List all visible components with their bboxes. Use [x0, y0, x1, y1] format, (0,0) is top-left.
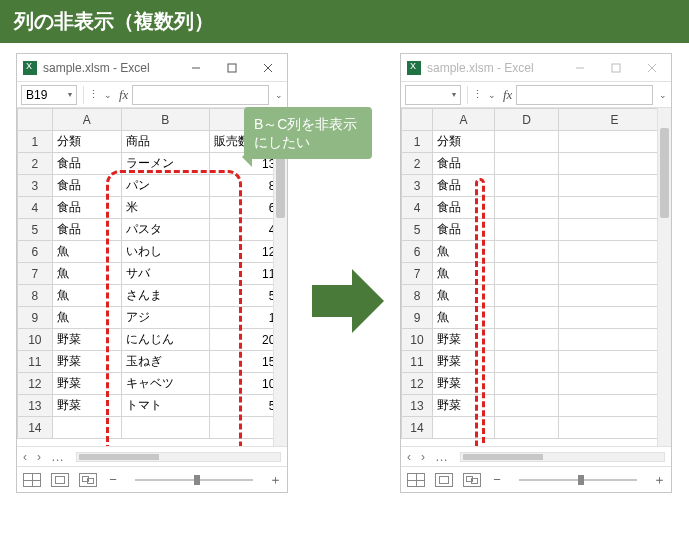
- cell[interactable]: いわし: [121, 241, 209, 263]
- cell[interactable]: 野菜: [52, 373, 121, 395]
- fx-icon[interactable]: fx: [115, 87, 132, 103]
- select-all-corner[interactable]: [18, 109, 53, 131]
- zoom-out-button[interactable]: −: [491, 472, 503, 487]
- maximize-button[interactable]: [217, 54, 247, 81]
- row-header[interactable]: 2: [402, 153, 433, 175]
- cell[interactable]: 食品: [52, 219, 121, 241]
- cell[interactable]: [494, 373, 558, 395]
- cell[interactable]: 野菜: [52, 395, 121, 417]
- chevron-down-icon[interactable]: ▾: [452, 90, 456, 99]
- spreadsheet-after[interactable]: A D E 1分類2食品3食品4食品5食品6魚7魚8魚9魚10野菜11野菜12野…: [401, 108, 671, 439]
- cell[interactable]: [559, 131, 671, 153]
- cell[interactable]: [494, 263, 558, 285]
- row-header[interactable]: 10: [402, 329, 433, 351]
- formula-input[interactable]: [132, 85, 269, 105]
- zoom-slider[interactable]: [135, 479, 253, 481]
- cell[interactable]: 玉ねぎ: [121, 351, 209, 373]
- menu-dots-icon[interactable]: ⋮: [470, 88, 485, 101]
- row-header[interactable]: 4: [18, 197, 53, 219]
- cell[interactable]: 食品: [432, 219, 494, 241]
- cell[interactable]: パン: [121, 175, 209, 197]
- cell[interactable]: 商品: [121, 131, 209, 153]
- cell[interactable]: [559, 417, 671, 439]
- normal-view-icon[interactable]: [23, 473, 41, 487]
- row-header[interactable]: 1: [402, 131, 433, 153]
- minimize-button[interactable]: [565, 54, 595, 81]
- cell[interactable]: 野菜: [432, 329, 494, 351]
- row-header[interactable]: 11: [402, 351, 433, 373]
- row-header[interactable]: 9: [402, 307, 433, 329]
- cell[interactable]: 魚: [432, 285, 494, 307]
- cell[interactable]: 食品: [432, 175, 494, 197]
- col-header[interactable]: A: [432, 109, 494, 131]
- col-header[interactable]: D: [494, 109, 558, 131]
- row-header[interactable]: 13: [402, 395, 433, 417]
- fx-icon[interactable]: fx: [499, 87, 516, 103]
- cell[interactable]: 野菜: [432, 373, 494, 395]
- cell[interactable]: [559, 263, 671, 285]
- row-header[interactable]: 7: [18, 263, 53, 285]
- cell[interactable]: 魚: [432, 307, 494, 329]
- cell[interactable]: さんま: [121, 285, 209, 307]
- cell[interactable]: サバ: [121, 263, 209, 285]
- close-button[interactable]: [253, 54, 283, 81]
- cell[interactable]: [494, 351, 558, 373]
- expand-formula-icon[interactable]: ⌄: [271, 90, 287, 100]
- page-break-view-icon[interactable]: [463, 473, 481, 487]
- row-header[interactable]: 1: [18, 131, 53, 153]
- cell[interactable]: [559, 395, 671, 417]
- row-header[interactable]: 12: [402, 373, 433, 395]
- cell[interactable]: 魚: [52, 241, 121, 263]
- cell[interactable]: [494, 153, 558, 175]
- cell[interactable]: 魚: [432, 263, 494, 285]
- page-layout-view-icon[interactable]: [435, 473, 453, 487]
- cell[interactable]: 野菜: [432, 351, 494, 373]
- normal-view-icon[interactable]: [407, 473, 425, 487]
- page-layout-view-icon[interactable]: [51, 473, 69, 487]
- zoom-in-button[interactable]: ＋: [269, 471, 281, 489]
- cell[interactable]: [559, 175, 671, 197]
- cell[interactable]: [494, 131, 558, 153]
- row-header[interactable]: 6: [18, 241, 53, 263]
- cell[interactable]: 食品: [432, 153, 494, 175]
- cell[interactable]: 食品: [52, 153, 121, 175]
- cell[interactable]: 魚: [52, 263, 121, 285]
- cell[interactable]: 分類: [432, 131, 494, 153]
- cell[interactable]: 食品: [432, 197, 494, 219]
- cell[interactable]: 魚: [432, 241, 494, 263]
- sheet-tabs-overflow-icon[interactable]: …: [435, 449, 450, 464]
- chevron-down-icon[interactable]: ▾: [68, 90, 72, 99]
- row-header[interactable]: 3: [18, 175, 53, 197]
- maximize-button[interactable]: [601, 54, 631, 81]
- select-all-corner[interactable]: [402, 109, 433, 131]
- scroll-left-icon[interactable]: ‹: [407, 450, 411, 464]
- row-header[interactable]: 6: [402, 241, 433, 263]
- cell[interactable]: [494, 219, 558, 241]
- cell[interactable]: [559, 307, 671, 329]
- zoom-out-button[interactable]: −: [107, 472, 119, 487]
- col-header[interactable]: B: [121, 109, 209, 131]
- minimize-button[interactable]: [181, 54, 211, 81]
- cell[interactable]: [494, 417, 558, 439]
- cell[interactable]: 野菜: [52, 329, 121, 351]
- cell[interactable]: [494, 285, 558, 307]
- col-header[interactable]: A: [52, 109, 121, 131]
- row-header[interactable]: 9: [18, 307, 53, 329]
- row-header[interactable]: 4: [402, 197, 433, 219]
- row-header[interactable]: 3: [402, 175, 433, 197]
- page-break-view-icon[interactable]: [79, 473, 97, 487]
- formula-input[interactable]: [516, 85, 653, 105]
- cell[interactable]: [432, 417, 494, 439]
- cell[interactable]: [52, 417, 121, 439]
- cell[interactable]: [559, 373, 671, 395]
- row-header[interactable]: 14: [402, 417, 433, 439]
- cell[interactable]: [559, 329, 671, 351]
- col-header[interactable]: E: [559, 109, 671, 131]
- cell[interactable]: にんじん: [121, 329, 209, 351]
- name-box[interactable]: ▾: [405, 85, 461, 105]
- sheet-tabs-overflow-icon[interactable]: …: [51, 449, 66, 464]
- cell[interactable]: 魚: [52, 307, 121, 329]
- row-header[interactable]: 8: [18, 285, 53, 307]
- scroll-left-icon[interactable]: ‹: [23, 450, 27, 464]
- row-header[interactable]: 14: [18, 417, 53, 439]
